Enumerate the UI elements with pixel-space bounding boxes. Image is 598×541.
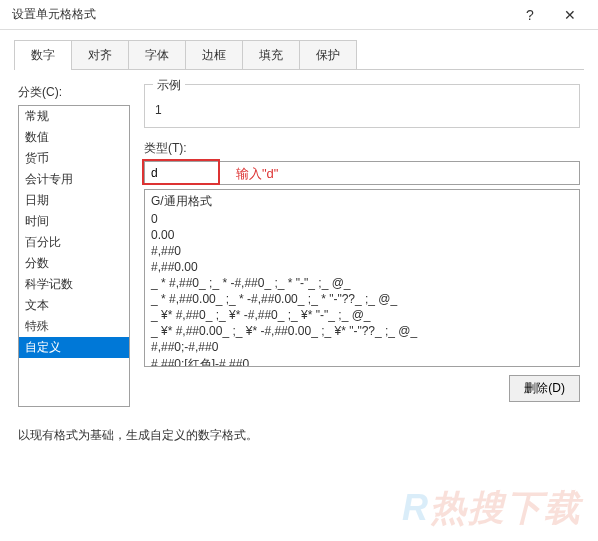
tab-3[interactable]: 边框 xyxy=(185,40,243,70)
content: 分类(C): 常规数值货币会计专用日期时间百分比分数科学记数文本特殊自定义 示例… xyxy=(0,70,598,421)
category-item[interactable]: 日期 xyxy=(19,190,129,211)
close-button[interactable]: ✕ xyxy=(550,7,590,23)
format-item[interactable]: _ * #,##0.00_ ;_ * -#,##0.00_ ;_ * "-"??… xyxy=(145,291,579,307)
format-item[interactable]: #,##0;[红色]-#,##0 xyxy=(145,355,579,367)
sample-box: 示例 1 xyxy=(144,84,580,128)
category-item[interactable]: 科学记数 xyxy=(19,274,129,295)
tab-4[interactable]: 填充 xyxy=(242,40,300,70)
window-title: 设置单元格格式 xyxy=(8,6,510,23)
sample-value: 1 xyxy=(155,103,569,117)
category-item[interactable]: 自定义 xyxy=(19,337,129,358)
category-item[interactable]: 特殊 xyxy=(19,316,129,337)
tab-5[interactable]: 保护 xyxy=(299,40,357,70)
format-item[interactable]: _ ¥* #,##0_ ;_ ¥* -#,##0_ ;_ ¥* "-"_ ;_ … xyxy=(145,307,579,323)
category-item[interactable]: 数值 xyxy=(19,127,129,148)
footer-text: 以现有格式为基础，生成自定义的数字格式。 xyxy=(0,427,598,444)
tab-1[interactable]: 对齐 xyxy=(71,40,129,70)
format-item[interactable]: #,##0 xyxy=(145,243,579,259)
category-item[interactable]: 会计专用 xyxy=(19,169,129,190)
tab-0[interactable]: 数字 xyxy=(14,40,72,70)
help-button[interactable]: ? xyxy=(510,7,550,23)
category-item[interactable]: 常规 xyxy=(19,106,129,127)
format-item[interactable]: 0 xyxy=(145,211,579,227)
category-list[interactable]: 常规数值货币会计专用日期时间百分比分数科学记数文本特殊自定义 xyxy=(18,105,130,407)
format-item[interactable]: #,##0.00 xyxy=(145,259,579,275)
titlebar: 设置单元格格式 ? ✕ xyxy=(0,0,598,30)
category-item[interactable]: 货币 xyxy=(19,148,129,169)
format-list[interactable]: G/通用格式00.00#,##0#,##0.00_ * #,##0_ ;_ * … xyxy=(144,189,580,367)
format-item[interactable]: _ * #,##0_ ;_ * -#,##0_ ;_ * "-"_ ;_ @_ xyxy=(145,275,579,291)
type-input[interactable] xyxy=(144,161,580,185)
format-item[interactable]: G/通用格式 xyxy=(145,192,579,211)
category-item[interactable]: 时间 xyxy=(19,211,129,232)
category-item[interactable]: 分数 xyxy=(19,253,129,274)
watermark: R热搜下载 xyxy=(402,484,582,533)
category-item[interactable]: 百分比 xyxy=(19,232,129,253)
category-item[interactable]: 文本 xyxy=(19,295,129,316)
tabs: 数字对齐字体边框填充保护 xyxy=(0,30,598,70)
delete-button[interactable]: 删除(D) xyxy=(509,375,580,402)
category-label: 分类(C): xyxy=(18,84,130,101)
tab-2[interactable]: 字体 xyxy=(128,40,186,70)
format-item[interactable]: 0.00 xyxy=(145,227,579,243)
sample-legend: 示例 xyxy=(153,77,185,94)
format-item[interactable]: #,##0;-#,##0 xyxy=(145,339,579,355)
format-item[interactable]: _ ¥* #,##0.00_ ;_ ¥* -#,##0.00_ ;_ ¥* "-… xyxy=(145,323,579,339)
type-label: 类型(T): xyxy=(144,140,580,157)
